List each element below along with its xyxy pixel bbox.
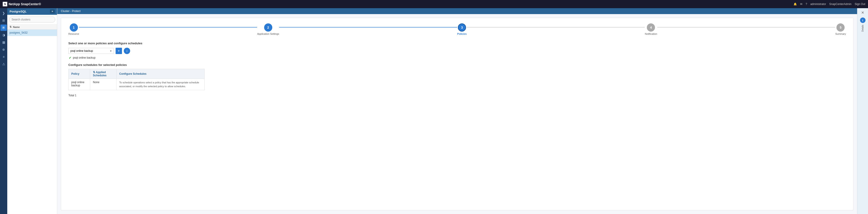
step-1-number: 1 xyxy=(73,26,75,29)
expand-icon[interactable]: ❯ xyxy=(0,10,7,17)
step-4-label: Notification xyxy=(645,32,657,35)
connector-4-5 xyxy=(657,27,835,28)
brand-name: NetApp SnapCenter® xyxy=(9,2,41,6)
total-label: Total 1 xyxy=(68,94,846,97)
step-1: 1 Resource xyxy=(68,23,79,35)
schedules-table: Policy ⇅ Applied Schedules Configure Sch… xyxy=(68,69,205,90)
step-5-circle: 5 xyxy=(836,23,845,32)
selected-policy-label: psql online backup xyxy=(73,56,95,59)
applied-schedules-value: None xyxy=(93,81,99,84)
policy-cell: psql online backup xyxy=(69,79,90,90)
sort-icon: ⇅ xyxy=(9,25,11,28)
step-5-label: Summary xyxy=(835,32,846,35)
step-2-number: 2 xyxy=(267,26,269,29)
signout-link[interactable]: Sign Out xyxy=(855,2,865,6)
step-2: 2 Application Settings xyxy=(257,23,279,35)
policy-info-button[interactable]: i xyxy=(124,48,130,54)
step-4-circle: 4 xyxy=(647,23,655,32)
left-panel: PostgreSQL ✕ ⇅ Name postgres_5432 xyxy=(7,8,57,214)
close-panel-button[interactable]: ✕ xyxy=(861,10,864,15)
check-icon: ✔ xyxy=(69,56,71,60)
breadcrumb: Cluster - Protect xyxy=(57,8,857,14)
main-content: Cluster - Protect 1 Resource 2 xyxy=(57,8,857,214)
topology-icon[interactable]: ⊕ xyxy=(0,47,7,53)
step-1-circle: 1 xyxy=(70,23,78,32)
search-input[interactable] xyxy=(9,17,55,23)
right-panel: ✕ i Details xyxy=(857,8,868,214)
add-policy-button[interactable]: + xyxy=(116,48,122,54)
step-5: 5 Summary xyxy=(835,23,846,35)
breadcrumb-text: Cluster - Protect xyxy=(61,9,81,13)
policy-column-header: Policy xyxy=(69,69,90,79)
alert-icon[interactable]: ⚠ xyxy=(0,61,7,67)
bell-icon[interactable]: 🔔 xyxy=(794,2,797,6)
reports-icon[interactable]: ◑ xyxy=(0,32,7,38)
policy-name: psql online backup xyxy=(71,81,84,87)
cluster-table-header: ⇅ Name xyxy=(7,25,57,30)
mail-icon[interactable]: ✉ xyxy=(800,2,802,6)
chart-icon[interactable]: ▦ xyxy=(0,39,7,45)
table-row: psql online backup None To schedule oper… xyxy=(69,79,205,90)
configure-schedules-title: Configure schedules for selected policie… xyxy=(68,63,846,67)
connector-1-2 xyxy=(79,27,257,28)
step-2-label: Application Settings xyxy=(257,32,279,35)
step-1-label: Resource xyxy=(68,32,79,35)
netapp-logo-icon: N xyxy=(3,2,7,6)
policy-dropdown[interactable]: psql online backup xyxy=(68,48,114,54)
search-container xyxy=(7,15,57,25)
section-title: Select one or more policies and configur… xyxy=(68,41,846,45)
step-4: 4 Notification xyxy=(645,23,657,35)
step-5-number: 5 xyxy=(840,26,842,29)
applied-schedules-column-header: ⇅ Applied Schedules xyxy=(90,69,116,79)
sort-schedules-icon: ⇅ xyxy=(93,71,96,74)
grid-icon[interactable]: ⊞ xyxy=(0,17,7,24)
connector-3-4 xyxy=(467,27,645,28)
configure-schedules-column-header: Configure Schedules xyxy=(117,69,205,79)
list-icon[interactable]: ≡ xyxy=(0,54,7,60)
step-3-label: Policies xyxy=(457,32,467,35)
help-icon[interactable]: ? xyxy=(806,2,807,6)
policy-select-wrapper: psql online backup ▼ xyxy=(68,48,114,54)
wizard-area: 1 Resource 2 Application Settings 3 xyxy=(61,18,854,210)
step-3-circle: 3 xyxy=(458,23,466,32)
top-navbar: N NetApp SnapCenter® 🔔 ✉ ? administrator… xyxy=(0,0,868,8)
applied-schedules-cell: None xyxy=(90,79,116,90)
cluster-name: postgres_5432 xyxy=(9,31,28,34)
details-label: Details xyxy=(861,25,864,32)
user-label: administrator xyxy=(810,2,826,6)
icon-sidebar: ❯ ⊞ ⛨ ◑ ▦ ⊕ ≡ ⚠ xyxy=(0,8,7,214)
left-panel-header: PostgreSQL ✕ xyxy=(7,8,57,15)
configure-schedules-text: To schedule operations select a policy t… xyxy=(119,81,199,88)
wizard-steps: 1 Resource 2 Application Settings 3 xyxy=(68,23,846,35)
configure-schedules-cell: To schedule operations select a policy t… xyxy=(117,79,205,90)
protection-icon[interactable]: ⛨ xyxy=(0,25,7,31)
step-2-circle: 2 xyxy=(264,23,272,32)
instance-label[interactable]: SnapCenterAdmin xyxy=(829,2,851,6)
step-3: 3 Policies xyxy=(457,23,467,35)
db-label: PostgreSQL xyxy=(9,10,27,13)
policy-select-row: psql online backup ▼ + i xyxy=(68,48,846,54)
step-3-number: 3 xyxy=(461,26,463,29)
step-4-number: 4 xyxy=(650,26,652,29)
db-close-button[interactable]: ✕ xyxy=(50,9,55,13)
brand-logo: N NetApp SnapCenter® xyxy=(3,2,41,6)
detail-info-icon: i xyxy=(860,18,866,23)
cluster-list-item[interactable]: postgres_5432 xyxy=(7,30,57,36)
name-column-label: Name xyxy=(13,26,20,28)
selected-policy-item: ✔ psql online backup xyxy=(68,56,846,60)
connector-2-3 xyxy=(279,27,457,28)
